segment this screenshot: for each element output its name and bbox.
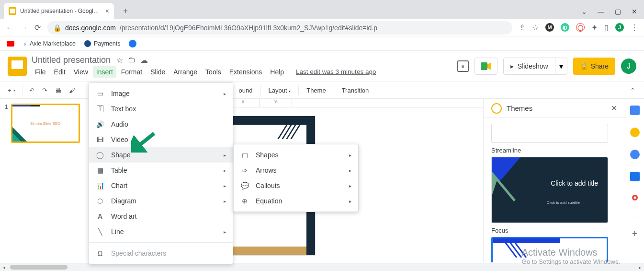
document-title[interactable]: Untitled presentation (32, 55, 111, 65)
minimize-icon[interactable]: — (598, 8, 604, 15)
close-tab-icon[interactable]: × (105, 7, 109, 15)
calendar-icon[interactable] (630, 106, 640, 115)
browser-menu-dots-icon[interactable]: ⋮ (631, 23, 638, 32)
decoration-icon (12, 123, 31, 141)
print-icon[interactable]: 🖶 (52, 85, 64, 96)
transition-button[interactable]: Transition (338, 85, 373, 96)
bookmark-label: Axie Marketplace (30, 40, 76, 47)
menu-view[interactable]: View (70, 66, 91, 78)
menu-format[interactable]: Format (118, 66, 146, 78)
arrows-item[interactable]: ➩Arrows▸ (234, 163, 358, 178)
menu-slide[interactable]: Slide (147, 66, 169, 78)
insert-audio-item[interactable]: 🔊Audio (89, 117, 233, 132)
extension-green-icon[interactable]: ◐ (561, 23, 569, 32)
back-icon[interactable]: ← (6, 24, 13, 32)
share-button[interactable]: 🔒 Share (573, 58, 615, 75)
slides-header: Untitled presentation ☆ 🗀 ☁ File Edit Vi… (0, 51, 644, 82)
insert-diagram-item[interactable]: ⬡Diagram▸ (89, 193, 233, 209)
insert-wordart-item[interactable]: AWord art (89, 209, 233, 224)
equation-item[interactable]: ⊕Equation▸ (234, 193, 358, 209)
menu-file[interactable]: File (32, 66, 49, 78)
menu-tools[interactable]: Tools (202, 66, 225, 78)
insert-chart-item[interactable]: 📊Chart▸ (89, 178, 233, 193)
activate-windows-watermark: Activate Windows Go to Settings to activ… (522, 247, 620, 265)
browser-menu-icon[interactable]: ⌄ (581, 8, 587, 15)
svg-line-16 (135, 133, 154, 149)
new-slide-button[interactable]: +▾ (5, 85, 18, 96)
contacts-icon[interactable] (630, 172, 640, 181)
reload-icon[interactable]: ⟳ (34, 23, 41, 32)
undo-icon[interactable]: ↶ (26, 85, 37, 96)
tasks-icon[interactable] (630, 150, 640, 159)
decoration-icon (492, 157, 535, 223)
insert-image-item[interactable]: ▭Image▸ (89, 86, 233, 101)
cloud-status-icon[interactable]: ☁ (140, 56, 148, 65)
slide-thumbnail[interactable]: Simple Slide SEO (11, 104, 80, 143)
bookmarks-bar: ⬨Axie Marketplace Payments (0, 36, 644, 51)
keep-icon[interactable] (630, 128, 640, 137)
themes-panel: Themes ✕ Streamline Click to add title C… (483, 99, 625, 262)
theme-card-partial[interactable] (491, 124, 608, 143)
lock-icon: 🔒 (580, 62, 588, 70)
bookmark-youtube[interactable] (7, 41, 14, 47)
shapes-item[interactable]: ▢Shapes▸ (234, 147, 358, 163)
star-icon[interactable]: ☆ (532, 23, 539, 32)
arrows-icon: ➩ (240, 166, 249, 175)
submenu-arrow-icon: ▸ (224, 229, 226, 235)
new-tab-button[interactable]: + (119, 4, 132, 18)
reading-list-icon[interactable]: ▯ (604, 23, 609, 32)
menu-arrange[interactable]: Arrange (170, 66, 201, 78)
account-avatar[interactable]: J (621, 59, 636, 74)
slides-logo-icon[interactable] (8, 57, 27, 76)
menu-help[interactable]: Help (267, 66, 287, 78)
close-window-icon[interactable]: ✕ (632, 8, 637, 15)
browser-tab[interactable]: Untitled presentation - Google Sl × (4, 3, 114, 19)
extensions-puzzle-icon[interactable]: ✦ (591, 23, 598, 32)
insert-textbox-item[interactable]: 🅃Text box (89, 101, 233, 117)
redo-icon[interactable]: ↷ (39, 85, 50, 96)
insert-special-chars-item[interactable]: ΩSpecial characters (89, 246, 233, 261)
profile-avatar-icon[interactable]: J (615, 23, 624, 32)
insert-table-item[interactable]: ▦Table▸ (89, 163, 233, 178)
svg-marker-8 (492, 181, 520, 223)
maps-icon[interactable] (630, 194, 640, 203)
insert-line-item[interactable]: ╲Line▸ (89, 224, 233, 239)
share-page-icon[interactable]: ⇪ (519, 23, 525, 32)
bookmark-label: Payments (94, 40, 121, 47)
extension-m-icon[interactable]: M (545, 23, 554, 32)
collapse-toolbar-icon[interactable]: ⌃ (626, 85, 639, 96)
last-edit-link[interactable]: Last edit was 3 minutes ago (293, 66, 379, 77)
theme-button[interactable]: Theme (303, 85, 329, 96)
close-themes-icon[interactable]: ✕ (611, 104, 617, 113)
paint-format-icon[interactable]: 🖌 (66, 85, 78, 96)
scrollbar-thumb[interactable] (10, 265, 68, 270)
background-button[interactable]: ound (235, 85, 257, 96)
theme-card-streamline[interactable]: Click to add title Click to add subtitle (491, 157, 608, 223)
insert-shape-item[interactable]: ◯Shape▸ (89, 147, 233, 163)
extension-red-icon[interactable]: ◯ (576, 23, 585, 32)
bookmark-payments[interactable]: Payments (84, 40, 121, 47)
star-doc-icon[interactable]: ☆ (116, 56, 123, 65)
scroll-right-icon[interactable]: ▸ (636, 265, 644, 270)
menu-extensions[interactable]: Extensions (226, 66, 265, 78)
menu-edit[interactable]: Edit (51, 66, 69, 78)
meet-button[interactable] (475, 58, 497, 75)
menu-insert[interactable]: Insert (93, 66, 116, 78)
slideshow-label: Slideshow (518, 62, 548, 70)
url-field[interactable]: 🔒 docs.google.com/presentation/d/19jOgE9… (47, 21, 512, 35)
move-doc-icon[interactable]: 🗀 (128, 56, 136, 65)
bookmark-axie[interactable]: ⬨Axie Marketplace (23, 40, 76, 47)
slideshow-dropdown[interactable]: ▾ (555, 62, 567, 71)
maximize-icon[interactable]: ▢ (615, 8, 621, 15)
insert-video-item[interactable]: 🎞Video (89, 132, 233, 147)
slideshow-button[interactable]: ▸ Slideshow (504, 58, 555, 74)
bookmark-facebook[interactable] (129, 40, 136, 47)
scroll-left-icon[interactable]: ◂ (0, 265, 8, 270)
chart-icon: 📊 (96, 181, 104, 190)
slideshow-button-group: ▸ Slideshow ▾ (503, 58, 567, 75)
comments-icon[interactable]: ≡ (457, 60, 469, 72)
layout-button[interactable]: Layout ▾ (265, 85, 295, 96)
equation-icon: ⊕ (240, 197, 249, 205)
callouts-item[interactable]: 💬Callouts▸ (234, 178, 358, 193)
add-addon-icon[interactable]: + (630, 229, 640, 238)
